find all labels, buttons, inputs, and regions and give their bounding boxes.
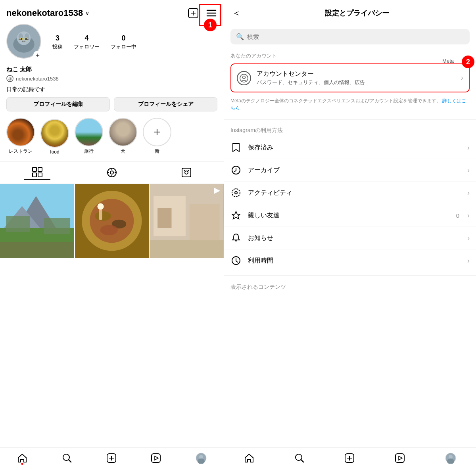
settings-title: 設定とプライバシー <box>246 8 468 18</box>
tabs-row <box>0 161 224 184</box>
following-label: フォロー中 <box>111 43 136 50</box>
story-new[interactable]: + 新 <box>143 118 171 155</box>
nav-search-left[interactable] <box>62 453 72 463</box>
photo-cell-3[interactable] <box>150 184 224 258</box>
nav-home-left[interactable] <box>17 453 27 463</box>
menu-item-notifications[interactable]: お知らせ › <box>224 227 476 249</box>
meta-description: Metaのテクノロジー全体のコネクテッドエクスペリエンスおよびアカウント設定を管… <box>224 94 476 116</box>
followers-count: 4 <box>84 34 88 42</box>
photo-cell-2[interactable] <box>75 184 149 258</box>
svg-point-30 <box>185 171 188 174</box>
chevron-down-icon: ∨ <box>85 10 89 16</box>
svg-point-66 <box>232 189 240 197</box>
add-post-button[interactable] <box>187 7 199 19</box>
screen-time-chevron: › <box>467 257 470 265</box>
star-icon <box>230 210 242 221</box>
following-count: 0 <box>121 34 125 42</box>
edit-profile-button[interactable]: プロフィールを編集 <box>6 97 110 111</box>
section-divider-2 <box>224 275 476 276</box>
nav-add-left[interactable] <box>106 453 117 463</box>
photo-cell-1[interactable] <box>0 184 74 258</box>
svg-rect-20 <box>38 167 42 171</box>
activity-label: アクティビティ <box>248 189 461 197</box>
nav-profile-left[interactable] <box>196 453 207 464</box>
svg-rect-58 <box>152 454 160 462</box>
svg-rect-21 <box>33 173 36 177</box>
svg-point-64 <box>243 76 246 79</box>
stat-following: 0 フォロー中 <box>111 34 136 50</box>
instagram-usage-label: Instagramの利用方法 <box>224 123 476 136</box>
svg-marker-59 <box>155 456 158 460</box>
avatar-add-button[interactable]: ＋ <box>33 51 42 59</box>
tab-grid[interactable] <box>24 165 50 180</box>
story-food[interactable]: food <box>40 119 69 155</box>
account-center-text: アカウントセンター パスワード、セキュリティ、個人の情報、広告 <box>257 70 455 86</box>
stat-posts: 3 投稿 <box>52 34 63 50</box>
bottom-nav-right <box>224 447 476 470</box>
display-name: ねこ 太郎 <box>6 66 217 73</box>
tab-tagged[interactable] <box>173 165 200 180</box>
menu-item-screen-time[interactable]: 利用時間 › <box>224 249 476 272</box>
svg-point-63 <box>240 74 248 82</box>
action-buttons: プロフィールを編集 プロフィールをシェア <box>0 97 224 118</box>
stories-row: レストラン food 旅行 犬 + 新 <box>0 118 224 161</box>
nav-add-right[interactable] <box>344 453 355 463</box>
story-dog[interactable]: 犬 <box>109 118 137 155</box>
profile-info-row: ＋ 3 投稿 4 フォロワー 0 フォロー中 <box>0 24 224 66</box>
svg-rect-51 <box>190 204 220 240</box>
meta-label: Meta <box>442 58 454 64</box>
svg-point-45 <box>100 225 117 235</box>
close-friends-badge: 0 <box>456 212 459 219</box>
bio-text: 日常の記録です <box>0 86 224 97</box>
bookmark-icon <box>230 142 242 153</box>
svg-rect-49 <box>150 240 224 258</box>
menu-item-saved[interactable]: 保存済み › <box>224 136 476 159</box>
content-section-label: 表示されるコンテンツ <box>224 279 476 293</box>
search-icon: 🔍 <box>236 33 244 40</box>
story-add-button[interactable]: + <box>143 118 171 146</box>
profile-name-section: ねこ 太郎 @ nekonekotaro1538 <box>0 66 224 86</box>
account-center-wrapper: Meta アカウントセンター パスワード、セキュリティ、個人の情報、広告 › 2 <box>230 63 470 92</box>
search-input[interactable] <box>247 33 464 40</box>
account-center-box[interactable]: アカウントセンター パスワード、セキュリティ、個人の情報、広告 › <box>230 63 470 92</box>
svg-line-31 <box>184 170 185 171</box>
svg-rect-46 <box>99 208 102 220</box>
menu-item-activity[interactable]: アクティビティ › <box>224 182 476 204</box>
tab-reels[interactable] <box>99 165 125 180</box>
story-restaurant[interactable]: レストラン <box>6 118 35 155</box>
saved-chevron: › <box>467 144 470 152</box>
svg-rect-39 <box>44 218 70 234</box>
svg-point-42 <box>90 199 134 243</box>
svg-point-61 <box>199 455 203 459</box>
svg-marker-78 <box>399 456 402 460</box>
svg-marker-68 <box>232 211 240 219</box>
svg-line-32 <box>188 170 189 171</box>
nav-search-right[interactable] <box>294 453 305 463</box>
story-label-travel: 旅行 <box>84 148 94 155</box>
stat-followers: 4 フォロワー <box>74 34 100 50</box>
archive-label: アーカイブ <box>248 166 461 175</box>
posts-label: 投稿 <box>52 43 63 50</box>
svg-rect-38 <box>6 216 30 232</box>
menu-item-archive[interactable]: アーカイブ › <box>224 159 476 182</box>
svg-rect-19 <box>33 167 36 171</box>
story-label-new: 新 <box>155 148 159 155</box>
nav-profile-right[interactable] <box>445 453 456 464</box>
share-profile-button[interactable]: プロフィールをシェア <box>114 97 217 111</box>
threads-icon: @ <box>6 75 13 82</box>
nav-home-dot <box>21 463 23 465</box>
back-button[interactable]: ＜ <box>232 7 241 19</box>
username-row: nekonekotaro1538 ∨ <box>6 8 89 18</box>
nav-reels-right[interactable] <box>395 453 405 463</box>
settings-header: ＜ 設定とプライバシー <box>224 0 476 24</box>
svg-text:@: @ <box>8 77 12 81</box>
account-center-subtitle: パスワード、セキュリティ、個人の情報、広告 <box>257 79 455 86</box>
svg-rect-37 <box>0 242 74 258</box>
menu-item-close-friends[interactable]: 親しい友達 0 › <box>224 204 476 227</box>
header-icons: 1 <box>187 7 217 19</box>
nav-home-right[interactable] <box>244 453 254 463</box>
menu-button[interactable]: 1 <box>205 7 217 19</box>
story-travel[interactable]: 旅行 <box>75 118 103 155</box>
story-label-restaurant: レストラン <box>9 148 33 155</box>
nav-reels-left[interactable] <box>151 453 161 463</box>
